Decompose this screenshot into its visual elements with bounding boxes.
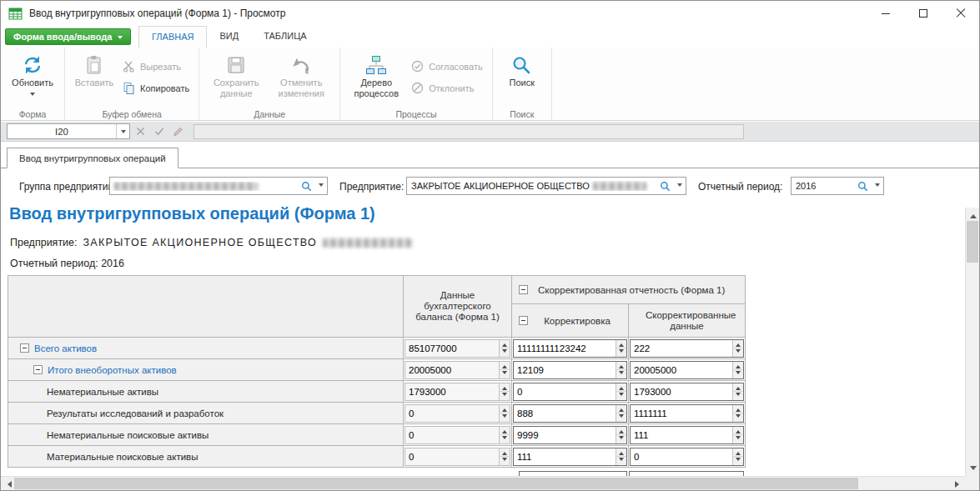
vertical-scrollbar-thumb[interactable] [967,221,978,263]
spinner-up-icon[interactable] [733,383,743,393]
spinner-up-icon[interactable] [500,383,510,393]
spinner-up-icon[interactable] [616,340,626,349]
spinner-down-icon[interactable] [616,435,626,443]
row-label-cell[interactable]: Материальные поисковые активы [8,446,404,468]
spinner[interactable] [732,383,743,400]
close-button[interactable] [942,1,979,26]
spinner-up-icon[interactable] [616,383,626,393]
copy-button[interactable]: Копировать [118,81,193,95]
spinner-down-icon[interactable] [616,370,626,378]
spinner-up-icon[interactable] [500,405,510,414]
correction-input[interactable]: 11111111123242 [513,339,627,358]
spinner-up-icon[interactable] [733,405,743,414]
row-label-cell[interactable]: Нематериальные активы [8,381,404,403]
spinner-down-icon[interactable] [500,435,510,443]
spinner[interactable] [732,340,743,357]
period-filter-field[interactable]: 2016 [791,177,884,195]
app-menu-button[interactable]: Форма ввода/вывода [5,28,131,45]
scroll-up-icon[interactable] [966,208,980,221]
search-icon[interactable] [657,181,673,192]
spinner-down-icon[interactable] [733,370,743,378]
spinner[interactable] [499,383,510,400]
correction-input[interactable]: 12109 [513,361,627,379]
chevron-down-icon[interactable] [673,178,686,194]
spinner[interactable] [616,340,626,357]
confirm-entry-icon[interactable] [151,123,167,139]
correction-input[interactable]: 888 [513,404,627,423]
row-label-cell[interactable]: Нематериальные поисковые активы [8,424,404,446]
balance-input[interactable]: 0 [405,404,510,423]
spinner[interactable] [499,340,510,357]
adjusted-input[interactable]: 1111111 [630,404,744,423]
correction-input[interactable]: 0 [513,383,627,401]
spinner-up-icon[interactable] [616,448,626,458]
spinner[interactable] [499,448,510,465]
cancel-entry-icon[interactable] [133,123,148,139]
edit-formula-icon[interactable] [169,123,185,139]
spinner-down-icon[interactable] [616,348,626,357]
spinner-down-icon[interactable] [500,457,510,465]
spinner-down-icon[interactable] [616,392,626,400]
collapse-icon[interactable] [20,343,29,353]
save-data-button[interactable]: Сохранить данные [204,50,268,99]
spinner[interactable] [499,427,510,443]
adjusted-input[interactable]: 111 [630,426,744,444]
adjusted-input[interactable]: 1793000 [630,383,744,401]
chevron-down-icon[interactable] [314,178,327,194]
spinner[interactable] [732,427,743,443]
tab-glavnaya[interactable]: ГЛАВНАЯ [138,26,207,48]
spinner[interactable] [732,448,743,465]
process-tree-button[interactable]: Дерево процессов [345,50,407,99]
spinner-down-icon[interactable] [500,348,510,357]
spinner-up-icon[interactable] [733,340,743,349]
spinner[interactable] [616,427,626,443]
spinner-down-icon[interactable] [500,413,510,422]
spinner-up-icon[interactable] [616,427,626,436]
scroll-right-icon[interactable] [952,477,965,491]
row-label-cell[interactable]: Всего активов [8,338,404,359]
spinner-up-icon[interactable] [500,427,510,436]
vertical-scrollbar[interactable] [965,208,979,476]
spinner-down-icon[interactable] [733,392,743,400]
collapse-icon[interactable] [519,316,528,325]
adjusted-input[interactable]: 0 [630,448,744,466]
spinner[interactable] [616,383,626,400]
balance-input[interactable]: 1793000 [405,383,510,401]
spinner[interactable] [732,405,743,422]
spinner[interactable] [499,362,510,378]
spinner-up-icon[interactable] [733,362,743,371]
balance-input[interactable]: 0 [405,426,510,444]
spinner-down-icon[interactable] [616,457,626,465]
correction-input[interactable]: 111 [513,448,627,466]
search-icon[interactable] [855,181,871,192]
scroll-down-icon[interactable] [966,463,980,476]
balance-input[interactable]: 0 [405,448,510,466]
undo-changes-button[interactable]: Отменить изменения [268,50,334,99]
spinner-up-icon[interactable] [616,405,626,414]
approve-button[interactable]: Согласовать [407,59,486,73]
search-button[interactable]: Поиск [498,50,546,88]
row-label-cell[interactable]: Результаты исследований и разработок [8,403,404,424]
chevron-down-icon[interactable] [871,178,883,194]
spinner-down-icon[interactable] [733,457,743,465]
spinner-up-icon[interactable] [733,448,743,458]
spinner-down-icon[interactable] [733,435,743,443]
adjusted-input[interactable]: 20005000 [630,361,744,379]
spinner-up-icon[interactable] [616,362,626,371]
horizontal-scrollbar-thumb[interactable] [14,478,858,489]
spinner-down-icon[interactable] [616,413,626,422]
correction-input[interactable]: 9999 [513,426,627,444]
tab-vid[interactable]: ВИД [207,26,251,48]
refresh-button[interactable]: Обновить [6,50,59,98]
scroll-left-icon[interactable] [1,477,14,491]
spinner[interactable] [616,448,626,465]
minimize-button[interactable] [867,1,904,26]
formula-input[interactable] [193,124,744,139]
spinner-up-icon[interactable] [733,427,743,436]
row-label-cell[interactable]: Итого внеоборотных активов [8,359,404,381]
enterprise-filter-field[interactable]: ЗАКРЫТОЕ АКЦИОНЕРНОЕ ОБЩЕСТВО [406,177,686,195]
tab-tablitsa[interactable]: ТАБЛИЦА [251,26,319,48]
spinner[interactable] [499,405,510,422]
collapse-icon[interactable] [519,285,528,294]
reject-button[interactable]: Отклонить [407,81,486,95]
